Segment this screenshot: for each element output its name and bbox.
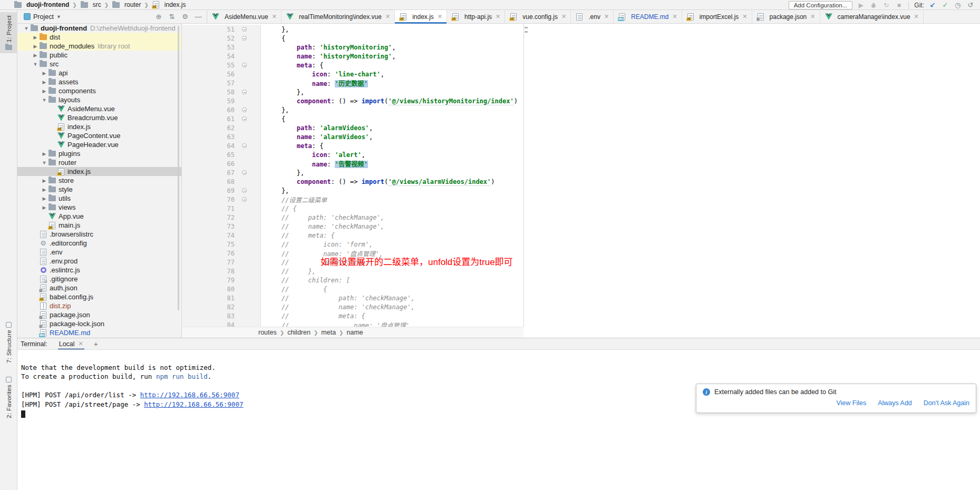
project-tree-scrollbar[interactable]: [178, 26, 179, 310]
collapse-all-icon[interactable]: ⇅: [167, 13, 177, 21]
tree-item-index-js[interactable]: JSindex.js: [17, 122, 181, 131]
tree-item-pagecontent-vue[interactable]: PageContent.vue: [17, 131, 181, 140]
panel-settings-icon[interactable]: ⚙: [180, 13, 190, 21]
editor-tab-asidemenu-vue[interactable]: AsideMenu.vue✕: [207, 10, 282, 23]
code-editor[interactable]: 51 },52 {53 path: 'historyMonitoring',54…: [182, 24, 980, 338]
close-icon[interactable]: ✕: [385, 13, 390, 20]
chevron-right-icon[interactable]: ▶: [41, 187, 48, 192]
chevron-right-icon[interactable]: ▶: [41, 205, 48, 210]
tree-item-auth-json[interactable]: {}auth.json: [17, 283, 181, 292]
tree-item-asidemenu-vue[interactable]: AsideMenu.vue: [17, 104, 181, 113]
chevron-down-icon[interactable]: ▼: [41, 97, 48, 103]
tree-item-dist-zip[interactable]: dist.zip: [17, 301, 181, 310]
editor-tab-cameramanage-index-vue[interactable]: cameraManage\index.vue✕: [820, 10, 924, 23]
chevron-right-icon[interactable]: ▶: [41, 178, 48, 183]
chevron-right-icon[interactable]: ▶: [41, 89, 48, 94]
close-icon[interactable]: ✕: [604, 13, 609, 20]
fold-marker-icon[interactable]: [235, 27, 254, 32]
add-configuration-button[interactable]: Add Configuration...: [789, 1, 853, 9]
git-commit-icon[interactable]: ✓: [941, 1, 949, 9]
chevron-right-icon[interactable]: ▶: [32, 53, 39, 58]
editor-breadcrumb-routes[interactable]: routes: [258, 329, 277, 336]
tree-item-duoji-frontend[interactable]: ▼duoji-frontendD:\zheheWeb\duoji-fronten…: [17, 24, 181, 33]
tool-window-favorites-button[interactable]: 2: Favorites: [0, 377, 17, 418]
tree-item-package-json[interactable]: {}package.json: [17, 310, 181, 319]
notification-action-always-add[interactable]: Always Add: [878, 399, 912, 407]
close-icon[interactable]: ✕: [914, 13, 919, 20]
git-rollback-icon[interactable]: ↺: [966, 1, 975, 9]
chevron-right-icon[interactable]: ▶: [41, 80, 48, 85]
editor-tab-importexcel-js[interactable]: JSimportExcel.js✕: [682, 10, 752, 23]
run-icon[interactable]: ▶: [857, 1, 865, 9]
tree-item-app-vue[interactable]: App.vue: [17, 212, 181, 221]
tree-item--env[interactable]: .env: [17, 248, 181, 257]
tree-item-views[interactable]: ▶views: [17, 203, 181, 212]
breadcrumb-item[interactable]: duoji-frontend: [14, 1, 69, 9]
terminal-link[interactable]: http://192.168.66.56:9007: [140, 391, 239, 399]
close-icon[interactable]: ✕: [742, 13, 747, 20]
fold-marker-icon[interactable]: [235, 36, 254, 41]
tree-item-package-lock-json[interactable]: {}package-lock.json: [17, 319, 181, 328]
tree-item--editorconfig[interactable]: ⚙.editorconfig: [17, 239, 181, 248]
tree-item-utils[interactable]: ▶utils: [17, 194, 181, 203]
notification-action-don-t-ask-again[interactable]: Don't Ask Again: [924, 399, 969, 407]
chevron-right-icon[interactable]: ▶: [41, 196, 48, 201]
tree-item-api[interactable]: ▶api: [17, 68, 181, 77]
chevron-down-icon[interactable]: ▼: [41, 160, 48, 165]
chevron-right-icon[interactable]: ▶: [32, 44, 39, 49]
chevron-down-icon[interactable]: ▼: [56, 14, 61, 19]
fold-marker-icon[interactable]: [235, 170, 254, 175]
new-terminal-button[interactable]: +: [90, 340, 102, 348]
tree-item-components[interactable]: ▶components: [17, 86, 181, 95]
tree-item-layouts[interactable]: ▼layouts: [17, 95, 181, 104]
profiler-icon[interactable]: ↻: [882, 1, 890, 9]
fold-marker-icon[interactable]: [235, 143, 254, 148]
stop-icon[interactable]: ■: [895, 1, 903, 9]
editor-tab--env[interactable]: .env✕: [571, 10, 614, 23]
tree-item-src[interactable]: ▼src: [17, 60, 181, 68]
tree-item-router[interactable]: ▼router: [17, 158, 181, 167]
git-history-icon[interactable]: ◷: [954, 1, 962, 9]
tree-item-main-js[interactable]: JSmain.js: [17, 221, 181, 230]
tree-item-pageheader-vue[interactable]: PageHeader.vue: [17, 140, 181, 149]
locate-file-icon[interactable]: ⊕: [153, 13, 164, 21]
tree-item-public[interactable]: ▶public: [17, 51, 181, 60]
terminal-link[interactable]: http://192.168.66.56:9007: [144, 400, 243, 408]
chevron-right-icon[interactable]: ▶: [41, 71, 48, 76]
tree-item--browserslistrc[interactable]: .browserslistrc: [17, 230, 181, 239]
chevron-down-icon[interactable]: ▼: [23, 26, 30, 31]
tree-item-readme-md[interactable]: MDREADME.md: [17, 328, 181, 337]
tree-item-breadcrumb-vue[interactable]: Breadcrumb.vue: [17, 113, 181, 122]
tool-window-project-button[interactable]: 1: Project: [0, 12, 17, 53]
editor-tab-readme-md[interactable]: MDREADME.md✕: [614, 10, 682, 23]
git-update-icon[interactable]: ↙: [928, 1, 937, 9]
editor-tab-index-js[interactable]: JSindex.js✕: [395, 10, 447, 23]
tree-item--eslintrc-js[interactable]: .eslintrc.js: [17, 266, 181, 275]
chevron-down-icon[interactable]: ▼: [32, 62, 39, 67]
tree-item-dist[interactable]: ▶dist: [17, 33, 181, 42]
notification-action-view-files[interactable]: View Files: [836, 399, 866, 407]
editor-breadcrumb-meta[interactable]: meta: [321, 329, 336, 336]
chevron-right-icon[interactable]: ▶: [41, 151, 48, 156]
close-icon[interactable]: ✕: [810, 13, 815, 20]
hide-panel-icon[interactable]: —: [193, 13, 203, 21]
tree-item-assets[interactable]: ▶assets: [17, 77, 181, 86]
close-icon[interactable]: ✕: [672, 13, 677, 20]
tree-item--gitignore[interactable]: ⊘.gitignore: [17, 275, 181, 283]
breadcrumb-item[interactable]: src: [80, 1, 101, 9]
tree-item-plugins[interactable]: ▶plugins: [17, 149, 181, 158]
breadcrumb-item[interactable]: JSindex.js: [152, 1, 186, 9]
code-area[interactable]: 51 },52 {53 path: 'historyMonitoring',54…: [182, 25, 980, 328]
tree-item-store[interactable]: ▶store: [17, 176, 181, 185]
fold-marker-icon[interactable]: [235, 116, 254, 121]
editor-tab-realtimemonitoring-index-vue[interactable]: realTimeMonitoring\index.vue✕: [282, 10, 395, 23]
close-icon[interactable]: ✕: [79, 340, 83, 347]
tool-window-structure-button[interactable]: 7: Structure: [0, 322, 17, 363]
close-icon[interactable]: ✕: [561, 13, 566, 20]
close-icon[interactable]: ✕: [438, 13, 442, 20]
close-icon[interactable]: ✕: [496, 13, 500, 20]
tree-item--env-prod[interactable]: .env.prod: [17, 257, 181, 266]
terminal-tab-local[interactable]: Local ✕: [55, 338, 88, 350]
tree-item-style[interactable]: ▶style: [17, 185, 181, 194]
editor-tab-vue-config-js[interactable]: JSvue.config.js✕: [505, 10, 571, 23]
